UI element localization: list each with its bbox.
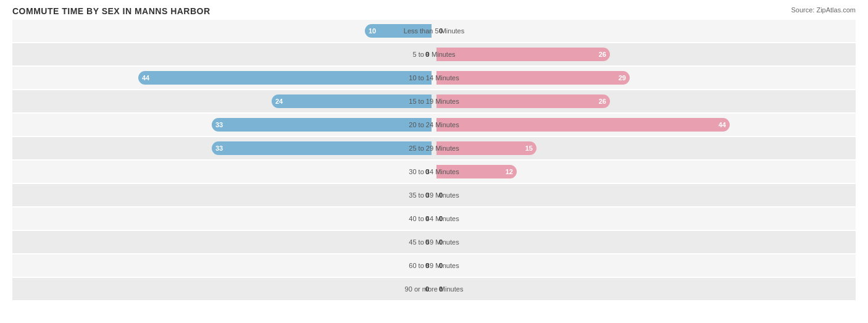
male-bar: 24: [272, 94, 432, 108]
male-value-inside: 44: [142, 74, 149, 82]
male-bar: 33: [212, 118, 432, 132]
male-value-zero: 0: [425, 238, 429, 246]
male-bar: 33: [212, 141, 432, 155]
chart-row: 4410 to 14 Minutes29: [12, 67, 856, 89]
male-value-zero: 0: [425, 285, 429, 293]
female-bar: 26: [436, 94, 610, 108]
female-value-zero: 0: [439, 191, 443, 199]
male-bar: 10: [365, 24, 432, 38]
female-value-inside: 26: [599, 51, 606, 58]
right-section: 26: [434, 43, 856, 65]
right-section: 44: [434, 114, 856, 136]
chart-row: 3320 to 24 Minutes44: [12, 114, 856, 136]
female-bar: 15: [436, 141, 536, 155]
right-section: 12: [434, 161, 856, 183]
right-section: 0: [434, 231, 856, 253]
female-bar: 44: [436, 118, 730, 132]
right-section: 29: [434, 67, 856, 89]
source-label: Source: ZipAtlas.com: [791, 6, 856, 14]
left-section: 0: [12, 231, 434, 253]
right-section: 26: [434, 90, 856, 112]
left-section: 0: [12, 184, 434, 206]
male-bar: 44: [138, 71, 432, 85]
right-section: 0: [434, 184, 856, 206]
male-value-zero: 0: [425, 262, 429, 269]
chart-container: COMMUTE TIME BY SEX IN MANNS HARBOR Sour…: [0, 0, 868, 323]
female-value-inside: 29: [619, 74, 626, 82]
female-value-zero: 0: [439, 238, 443, 246]
left-section: 0: [12, 161, 434, 183]
left-section: 0: [12, 43, 434, 65]
left-section: 0: [12, 208, 434, 230]
female-value-zero: 0: [439, 215, 443, 222]
female-bar: 26: [436, 48, 610, 61]
chart-row: 035 to 39 Minutes0: [12, 184, 856, 206]
female-value-inside: 12: [506, 168, 513, 175]
male-value-inside: 33: [215, 145, 223, 152]
right-section: 0: [434, 20, 856, 42]
male-value-inside: 33: [215, 121, 223, 128]
female-value-inside: 15: [525, 145, 533, 152]
left-section: 10: [12, 20, 434, 42]
female-value-zero: 0: [439, 27, 443, 35]
male-value-zero: 0: [425, 51, 429, 58]
right-section: 0: [434, 278, 856, 300]
chart-row: 090 or more Minutes0: [12, 278, 856, 300]
male-value-inside: 10: [369, 27, 376, 35]
chart-row: 10Less than 5 Minutes0: [12, 20, 856, 42]
chart-row: 040 to 44 Minutes0: [12, 208, 856, 230]
chart-row: 2415 to 19 Minutes26: [12, 90, 856, 112]
male-value-zero: 0: [425, 215, 429, 222]
female-value-inside: 44: [719, 121, 726, 128]
chart-row: 030 to 34 Minutes12: [12, 161, 856, 183]
female-value-zero: 0: [439, 285, 443, 293]
female-bar: 12: [436, 165, 517, 178]
chart-area: 10Less than 5 Minutes005 to 9 Minutes264…: [12, 20, 856, 275]
right-section: 15: [434, 137, 856, 159]
female-bar: 29: [436, 71, 630, 85]
right-section: 0: [434, 208, 856, 230]
left-section: 0: [12, 278, 434, 300]
chart-row: 3325 to 29 Minutes15: [12, 137, 856, 159]
left-section: 33: [12, 137, 434, 159]
right-section: 0: [434, 254, 856, 277]
chart-row: 045 to 59 Minutes0: [12, 231, 856, 253]
chart-row: 05 to 9 Minutes26: [12, 43, 856, 65]
male-value-zero: 0: [425, 168, 429, 175]
left-section: 44: [12, 67, 434, 89]
male-value-zero: 0: [425, 191, 429, 199]
chart-row: 060 to 89 Minutes0: [12, 254, 856, 277]
left-section: 24: [12, 90, 434, 112]
female-value-zero: 0: [439, 262, 443, 269]
male-value-inside: 24: [275, 98, 283, 105]
female-value-inside: 26: [599, 98, 606, 105]
left-section: 33: [12, 114, 434, 136]
left-section: 0: [12, 254, 434, 277]
chart-title: COMMUTE TIME BY SEX IN MANNS HARBOR: [12, 6, 856, 16]
